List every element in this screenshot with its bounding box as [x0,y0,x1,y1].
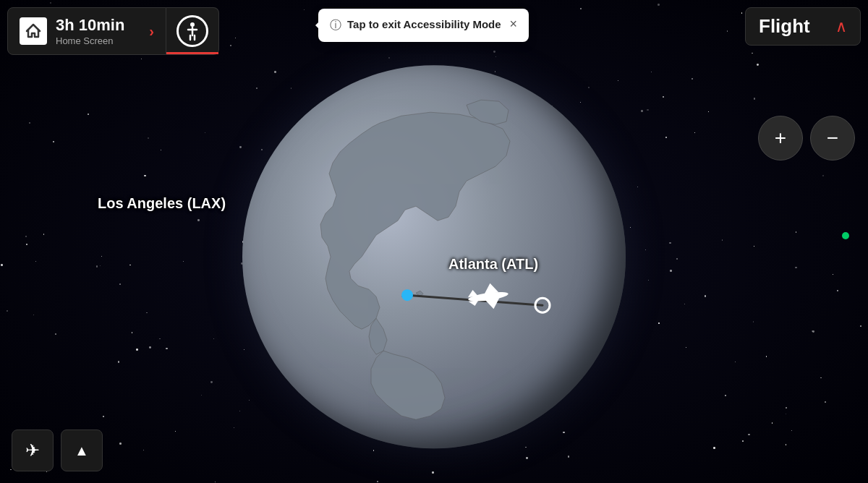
top-left-panel: 3h 10min Home Screen › [7,7,219,55]
home-button[interactable]: 3h 10min Home Screen › [7,7,166,55]
navigation-icon: ▲ [75,443,89,459]
top-right-panel: Flight ∧ [745,7,861,46]
tooltip-text: Tap to exit Accessibility Mode [347,17,501,32]
tooltip-header: ⓘ Tap to exit Accessibility Mode × [330,17,517,33]
info-icon: ⓘ [330,18,341,33]
green-indicator-dot [842,232,849,239]
home-screen-label: Home Screen [56,35,140,46]
bottom-left-controls: ✈ ▲ [12,429,103,471]
accessibility-tooltip: ⓘ Tap to exit Accessibility Mode × [318,9,529,42]
airplane-mode-button[interactable]: ✈ [12,429,54,471]
airplane-position [467,281,510,312]
flight-chevron-icon: ∧ [835,17,847,36]
globe-container [242,65,626,448]
svg-point-1 [190,22,195,27]
flight-duration: 3h 10min [56,16,140,35]
home-icon-wrap [20,17,47,45]
flight-label: Flight [759,15,828,38]
airplane-icon: ✈ [25,440,40,461]
lax-dot [401,289,413,301]
home-arrow-icon: › [149,23,154,40]
home-text-block: 3h 10min Home Screen [56,16,140,46]
zoom-out-button[interactable]: − [810,116,855,161]
accessibility-icon [176,15,208,47]
accessibility-svg [182,21,203,41]
tooltip-close-button[interactable]: × [510,17,518,30]
accessibility-button[interactable] [166,7,219,55]
globe [242,65,626,448]
flight-button[interactable]: Flight ∧ [745,7,861,46]
home-icon [25,22,42,40]
zoom-in-button[interactable]: + [758,116,803,161]
zoom-controls: + − [758,116,855,161]
navigation-button[interactable]: ▲ [61,429,103,471]
globe-map-svg [242,65,626,448]
